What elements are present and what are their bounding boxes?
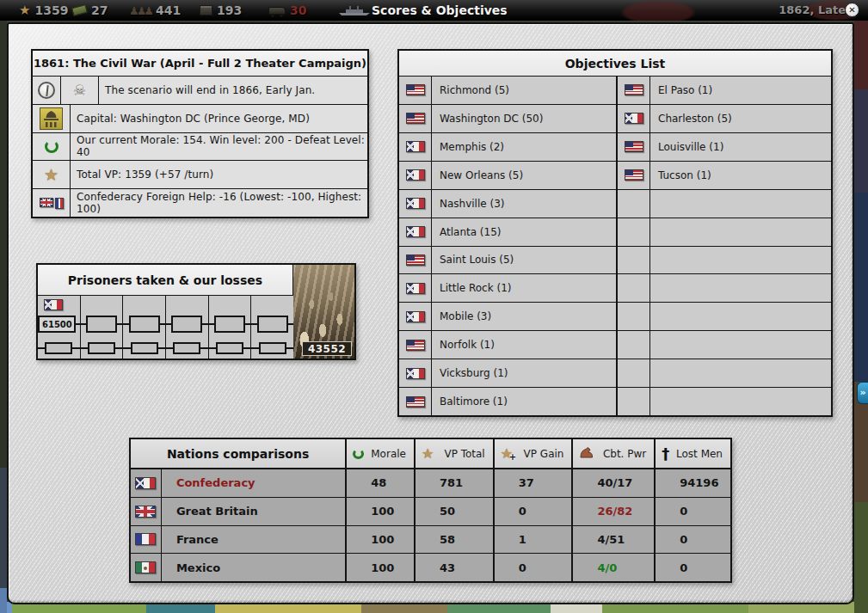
window-title: Scores & Objectives bbox=[372, 0, 508, 21]
column-vp-total: ★ VP Total bbox=[416, 439, 495, 468]
objective-name: Nashville (3) bbox=[432, 190, 618, 218]
nation-flag-icon bbox=[406, 368, 425, 379]
resource-victory-points: ★ 1359 bbox=[19, 0, 68, 21]
nation-flag-icon bbox=[135, 533, 156, 545]
scenario-panel: 1861: The Civil War (April - Full 2 Thea… bbox=[31, 49, 369, 218]
supplies-icon bbox=[200, 5, 212, 15]
prisoners-cell bbox=[209, 296, 252, 359]
objectives-title: Objectives List bbox=[399, 51, 831, 77]
objective-name bbox=[650, 331, 831, 359]
objectives-row: Baltimore (1) bbox=[399, 388, 831, 415]
flag-cell bbox=[618, 133, 650, 161]
objectives-row: Richmond (5) El Paso (1) bbox=[399, 77, 831, 105]
prisoners-empty-box bbox=[45, 342, 72, 354]
vp-gain-value: 0 bbox=[495, 554, 574, 581]
topbar-decoration bbox=[619, 0, 697, 21]
cross-icon: † bbox=[662, 446, 669, 462]
scenario-row-vp: ★ Total VP: 1359 (+57 /turn) bbox=[33, 161, 367, 189]
column-label: Lost Men bbox=[676, 448, 723, 460]
objective-name: Little Rock (1) bbox=[432, 274, 618, 302]
nation-flag-icon bbox=[406, 340, 425, 351]
money-icon bbox=[71, 4, 88, 16]
scenario-row-text: Total VP: 1359 (+57 /turn) bbox=[71, 161, 367, 188]
grid-line bbox=[38, 323, 293, 325]
star-icon: ★ bbox=[422, 447, 434, 461]
resource-money: 27 bbox=[72, 0, 108, 21]
column-label: Cbt. Pwr bbox=[603, 448, 646, 460]
scenario-row-text: The scenario will end in 1866, Early Jan… bbox=[99, 77, 367, 104]
flag-cell bbox=[399, 303, 432, 330]
nation-flag-icon bbox=[135, 561, 156, 573]
skull-icon: ☠ bbox=[61, 77, 99, 104]
cbt-pwr-value: 40/17 bbox=[573, 469, 656, 497]
nation-flag-icon bbox=[406, 226, 425, 237]
nation-name: France bbox=[162, 526, 347, 554]
scenario-row-text: Confederacy Foreign Help: -16 (Lowest: -… bbox=[71, 189, 367, 217]
objective-name: Atlanta (15) bbox=[432, 218, 618, 246]
scenario-row-text: Capital: Washington DC (Prince George, M… bbox=[71, 105, 367, 132]
objective-name: Richmond (5) bbox=[432, 77, 618, 104]
resource-value: 441 bbox=[156, 3, 181, 17]
flag-cell bbox=[399, 388, 432, 415]
flag-cell bbox=[618, 247, 650, 274]
star-plus-icon: ★ bbox=[501, 447, 513, 461]
objectives-row: Nashville (3) bbox=[399, 190, 831, 218]
flag-cell bbox=[399, 77, 432, 104]
objective-name: Mobile (3) bbox=[432, 303, 618, 330]
prisoners-cell: 61500 bbox=[38, 296, 81, 359]
prisoners-cell bbox=[81, 296, 124, 359]
resource-transport: 30 bbox=[268, 0, 306, 21]
objective-name bbox=[650, 303, 831, 330]
nation-flag-icon bbox=[406, 254, 425, 266]
flag-cell bbox=[399, 133, 432, 161]
column-label: VP Total bbox=[444, 448, 484, 460]
scenario-row-foreign-help: Confederacy Foreign Help: -16 (Lowest: -… bbox=[33, 189, 367, 217]
prisoners-cell bbox=[166, 296, 209, 359]
nation-flag-icon bbox=[406, 311, 425, 322]
flag-cell bbox=[618, 218, 650, 246]
laurel-icon bbox=[353, 449, 364, 459]
flag-cell bbox=[399, 274, 432, 302]
column-morale: Morale bbox=[347, 439, 416, 468]
prisoners-grid: 61500 bbox=[38, 296, 293, 359]
column-lost-men: † Lost Men bbox=[656, 439, 730, 468]
grid-line bbox=[38, 347, 293, 349]
vp-total-value: 781 bbox=[416, 469, 495, 497]
map-background-right bbox=[854, 21, 868, 613]
objectives-row: Memphis (2) Louisville (1) bbox=[399, 133, 831, 162]
lost-men-value: 0 bbox=[656, 554, 730, 581]
flag-cell bbox=[618, 303, 650, 330]
cemetery-photo: 43552 bbox=[293, 265, 354, 359]
close-button[interactable]: ✕ bbox=[845, 3, 859, 17]
scenario-row-text: Our current Morale: 154. Win level: 200 … bbox=[71, 133, 367, 161]
morale-value: 100 bbox=[347, 526, 416, 554]
nation-name: Great Britain bbox=[162, 498, 347, 525]
objective-name: Washington DC (50) bbox=[432, 105, 618, 132]
nation-flag-icon bbox=[135, 477, 156, 489]
nations-title: Nations comparisons bbox=[131, 439, 347, 468]
scenario-row-capital: Capital: Washington DC (Prince George, M… bbox=[33, 105, 367, 133]
star-icon: ★ bbox=[19, 4, 30, 17]
flag-cell bbox=[618, 162, 650, 189]
nations-header-row: Nations comparisons Morale ★ VP Total ★ … bbox=[131, 439, 730, 469]
map-side-button[interactable]: » bbox=[857, 382, 868, 404]
prisoners-title: Prisoners taken & our losses bbox=[38, 265, 293, 296]
lost-men-value: 0 bbox=[656, 526, 730, 554]
arm-icon bbox=[579, 446, 593, 462]
objective-name bbox=[650, 388, 831, 415]
capitol-icon bbox=[33, 105, 71, 132]
objective-name: Memphis (2) bbox=[432, 133, 618, 161]
morale-value: 100 bbox=[347, 498, 416, 525]
nation-row-great-britain: Great Britain 100 50 0 26/82 0 bbox=[131, 498, 730, 526]
nation-flag-icon bbox=[406, 141, 425, 152]
flag-cell bbox=[618, 105, 650, 132]
resource-conscripts: ♟♟♟ 441 bbox=[129, 0, 181, 21]
scenario-row-morale: Our current Morale: 154. Win level: 200 … bbox=[33, 133, 367, 162]
cbt-pwr-value: 4/51 bbox=[573, 526, 656, 554]
cbt-pwr-value: 26/82 bbox=[573, 498, 656, 525]
flag-cell bbox=[131, 554, 162, 581]
objective-name: Baltimore (1) bbox=[432, 388, 618, 415]
objective-name: Tucson (1) bbox=[650, 162, 831, 189]
resource-value: 1359 bbox=[34, 3, 68, 17]
objective-name bbox=[650, 190, 831, 218]
